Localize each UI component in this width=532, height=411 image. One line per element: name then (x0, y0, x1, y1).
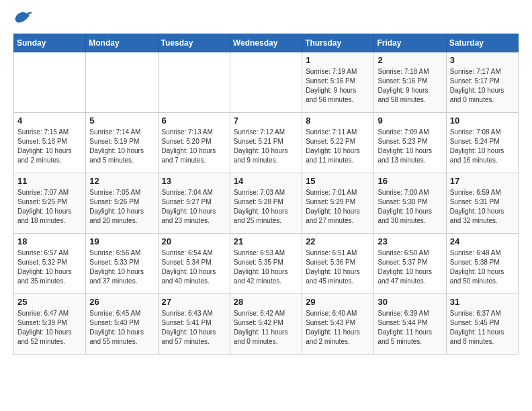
table-row: 17Sunrise: 6:59 AMSunset: 5:31 PMDayligh… (446, 173, 518, 234)
table-row: 21Sunrise: 6:53 AMSunset: 5:35 PMDayligh… (230, 234, 302, 294)
day-info: Sunrise: 6:51 AMSunset: 5:36 PMDaylight:… (306, 248, 370, 286)
day-info: Sunrise: 6:54 AMSunset: 5:34 PMDaylight:… (162, 248, 226, 286)
table-row (230, 52, 302, 113)
day-info: Sunrise: 7:03 AMSunset: 5:28 PMDaylight:… (234, 188, 298, 226)
table-row: 19Sunrise: 6:56 AMSunset: 5:33 PMDayligh… (86, 234, 158, 294)
day-number: 5 (89, 116, 154, 126)
header-thursday: Thursday (302, 34, 374, 52)
day-info: Sunrise: 6:57 AMSunset: 5:32 PMDaylight:… (17, 248, 82, 286)
table-row: 18Sunrise: 6:57 AMSunset: 5:32 PMDayligh… (14, 234, 86, 294)
day-number: 28 (234, 297, 298, 307)
day-number: 29 (306, 297, 370, 307)
header-wednesday: Wednesday (230, 34, 302, 52)
table-row: 3Sunrise: 7:17 AMSunset: 5:17 PMDaylight… (446, 52, 518, 113)
table-row (86, 52, 158, 113)
page-header (13, 11, 519, 26)
day-info: Sunrise: 6:37 AMSunset: 5:45 PMDaylight:… (450, 309, 515, 347)
day-number: 21 (234, 236, 298, 246)
day-number: 24 (450, 236, 515, 246)
table-row: 6Sunrise: 7:13 AMSunset: 5:20 PMDaylight… (158, 113, 230, 173)
day-info: Sunrise: 6:47 AMSunset: 5:39 PMDaylight:… (17, 309, 82, 347)
table-row: 16Sunrise: 7:00 AMSunset: 5:30 PMDayligh… (374, 173, 446, 234)
calendar-week-row: 1Sunrise: 7:19 AMSunset: 5:16 PMDaylight… (14, 52, 519, 113)
day-number: 27 (162, 297, 226, 307)
day-info: Sunrise: 6:40 AMSunset: 5:43 PMDaylight:… (306, 309, 370, 347)
table-row: 23Sunrise: 6:50 AMSunset: 5:37 PMDayligh… (374, 234, 446, 294)
day-info: Sunrise: 7:12 AMSunset: 5:21 PMDaylight:… (234, 128, 298, 165)
header-sunday: Sunday (14, 34, 86, 52)
day-number: 8 (306, 116, 370, 126)
day-number: 22 (306, 236, 370, 246)
day-number: 26 (89, 297, 154, 307)
day-info: Sunrise: 6:56 AMSunset: 5:33 PMDaylight:… (89, 248, 154, 286)
day-number: 18 (17, 236, 82, 246)
day-number: 20 (162, 236, 226, 246)
day-number: 25 (17, 297, 82, 307)
day-number: 13 (162, 176, 226, 186)
header-friday: Friday (374, 34, 446, 52)
table-row: 8Sunrise: 7:11 AMSunset: 5:22 PMDaylight… (302, 113, 374, 173)
table-row: 1Sunrise: 7:19 AMSunset: 5:16 PMDaylight… (302, 52, 374, 113)
table-row: 5Sunrise: 7:14 AMSunset: 5:19 PMDaylight… (86, 113, 158, 173)
day-info: Sunrise: 7:09 AMSunset: 5:23 PMDaylight:… (378, 128, 442, 165)
header-tuesday: Tuesday (158, 34, 230, 52)
day-number: 15 (306, 176, 370, 186)
table-row: 26Sunrise: 6:45 AMSunset: 5:40 PMDayligh… (86, 294, 158, 355)
table-row: 30Sunrise: 6:39 AMSunset: 5:44 PMDayligh… (374, 294, 446, 355)
day-info: Sunrise: 7:14 AMSunset: 5:19 PMDaylight:… (89, 128, 154, 165)
day-number: 7 (234, 116, 298, 126)
day-info: Sunrise: 6:53 AMSunset: 5:35 PMDaylight:… (234, 248, 298, 286)
header-saturday: Saturday (446, 34, 518, 52)
day-info: Sunrise: 6:48 AMSunset: 5:38 PMDaylight:… (450, 248, 515, 286)
day-info: Sunrise: 7:18 AMSunset: 5:16 PMDaylight:… (378, 67, 442, 105)
logo-bird-icon (13, 11, 32, 26)
day-info: Sunrise: 7:07 AMSunset: 5:25 PMDaylight:… (17, 188, 82, 226)
day-number: 1 (306, 55, 370, 65)
day-info: Sunrise: 7:13 AMSunset: 5:20 PMDaylight:… (162, 128, 226, 165)
day-info: Sunrise: 7:11 AMSunset: 5:22 PMDaylight:… (306, 128, 370, 165)
table-row: 31Sunrise: 6:37 AMSunset: 5:45 PMDayligh… (446, 294, 518, 355)
table-row: 25Sunrise: 6:47 AMSunset: 5:39 PMDayligh… (14, 294, 86, 355)
day-number: 14 (234, 176, 298, 186)
day-number: 30 (378, 297, 442, 307)
calendar-week-row: 25Sunrise: 6:47 AMSunset: 5:39 PMDayligh… (14, 294, 519, 355)
day-info: Sunrise: 7:19 AMSunset: 5:16 PMDaylight:… (306, 67, 370, 105)
table-row: 9Sunrise: 7:09 AMSunset: 5:23 PMDaylight… (374, 113, 446, 173)
day-number: 11 (17, 176, 82, 186)
table-row: 28Sunrise: 6:42 AMSunset: 5:42 PMDayligh… (230, 294, 302, 355)
day-info: Sunrise: 6:42 AMSunset: 5:42 PMDaylight:… (234, 309, 298, 347)
day-number: 12 (89, 176, 154, 186)
calendar-week-row: 4Sunrise: 7:15 AMSunset: 5:18 PMDaylight… (14, 113, 519, 173)
day-number: 23 (378, 236, 442, 246)
table-row (14, 52, 86, 113)
day-info: Sunrise: 7:01 AMSunset: 5:29 PMDaylight:… (306, 188, 370, 226)
day-number: 16 (378, 176, 442, 186)
day-info: Sunrise: 6:43 AMSunset: 5:41 PMDaylight:… (162, 309, 226, 347)
table-row: 4Sunrise: 7:15 AMSunset: 5:18 PMDaylight… (14, 113, 86, 173)
day-info: Sunrise: 6:59 AMSunset: 5:31 PMDaylight:… (450, 188, 515, 226)
table-row: 15Sunrise: 7:01 AMSunset: 5:29 PMDayligh… (302, 173, 374, 234)
table-row: 20Sunrise: 6:54 AMSunset: 5:34 PMDayligh… (158, 234, 230, 294)
calendar-week-row: 11Sunrise: 7:07 AMSunset: 5:25 PMDayligh… (14, 173, 519, 234)
table-row: 7Sunrise: 7:12 AMSunset: 5:21 PMDaylight… (230, 113, 302, 173)
day-info: Sunrise: 6:45 AMSunset: 5:40 PMDaylight:… (89, 309, 154, 347)
table-row: 24Sunrise: 6:48 AMSunset: 5:38 PMDayligh… (446, 234, 518, 294)
header-monday: Monday (86, 34, 158, 52)
day-number: 2 (378, 55, 442, 65)
day-number: 10 (450, 116, 515, 126)
table-row: 27Sunrise: 6:43 AMSunset: 5:41 PMDayligh… (158, 294, 230, 355)
table-row: 13Sunrise: 7:04 AMSunset: 5:27 PMDayligh… (158, 173, 230, 234)
table-row (158, 52, 230, 113)
day-number: 17 (450, 176, 515, 186)
day-number: 3 (450, 55, 515, 65)
day-number: 31 (450, 297, 515, 307)
table-row: 12Sunrise: 7:05 AMSunset: 5:26 PMDayligh… (86, 173, 158, 234)
day-number: 6 (162, 116, 226, 126)
day-info: Sunrise: 7:05 AMSunset: 5:26 PMDaylight:… (89, 188, 154, 226)
table-row: 29Sunrise: 6:40 AMSunset: 5:43 PMDayligh… (302, 294, 374, 355)
table-row: 10Sunrise: 7:08 AMSunset: 5:24 PMDayligh… (446, 113, 518, 173)
logo (13, 11, 35, 26)
day-info: Sunrise: 7:15 AMSunset: 5:18 PMDaylight:… (17, 128, 82, 165)
day-number: 19 (89, 236, 154, 246)
table-row: 11Sunrise: 7:07 AMSunset: 5:25 PMDayligh… (14, 173, 86, 234)
